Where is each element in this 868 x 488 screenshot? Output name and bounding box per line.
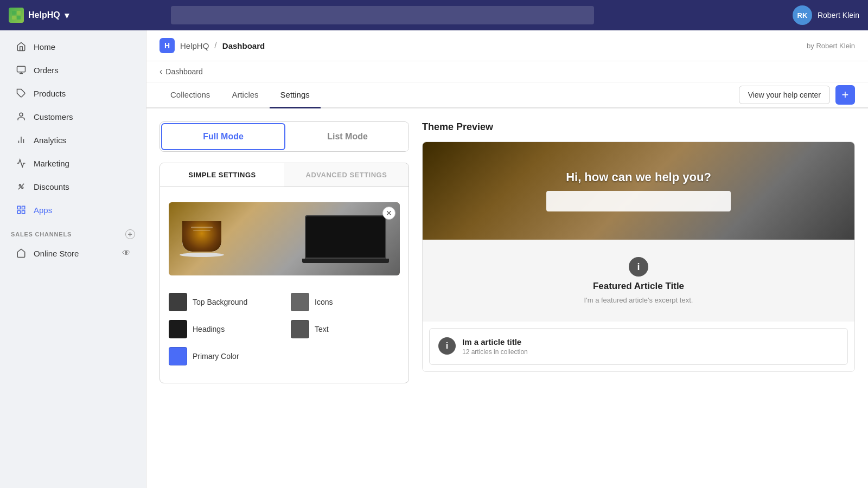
sidebar-item-apps[interactable]: Apps <box>4 198 142 221</box>
sidebar-item-analytics[interactable]: Analytics <box>4 129 142 151</box>
sidebar-label-orders: Orders <box>34 66 59 75</box>
avatar: RK <box>793 5 812 25</box>
sidebar: Home Orders Products Customers <box>0 30 146 488</box>
sidebar-item-home[interactable]: Home <box>4 35 142 58</box>
sidebar-label-discounts: Discounts <box>34 182 69 191</box>
two-col-layout: Full Mode List Mode SIMPLE SETTINGS ADVA… <box>146 108 868 396</box>
headings-label: Headings <box>193 325 225 333</box>
simple-settings-tab[interactable]: SIMPLE SETTINGS <box>160 163 284 187</box>
discounts-icon <box>15 181 27 192</box>
brand-chevron-icon: ▾ <box>65 10 69 21</box>
featured-info-icon: i <box>629 257 648 277</box>
article-card[interactable]: i Im a article title 12 articles in coll… <box>429 328 848 365</box>
settings-panel: SIMPLE SETTINGS ADVANCED SETTINGS <box>159 163 409 383</box>
list-mode-button[interactable]: List Mode <box>286 122 409 151</box>
featured-article-title: Featured Article Title <box>593 281 684 292</box>
svg-rect-1 <box>17 11 21 15</box>
tab-collections[interactable]: Collections <box>159 82 221 108</box>
sales-channels-section: SALES CHANNELS + <box>0 222 146 241</box>
headings-swatch[interactable] <box>169 320 187 338</box>
color-row-1: Top Background Icons <box>169 293 400 311</box>
home-icon <box>15 41 27 53</box>
svg-point-13 <box>22 187 23 189</box>
svg-rect-15 <box>17 206 20 209</box>
preview-featured: i Featured Article Title I'm a featured … <box>423 240 854 322</box>
add-sales-channel-button[interactable]: + <box>125 229 135 239</box>
preview-search-input[interactable] <box>546 191 731 211</box>
settings-tabs: SIMPLE SETTINGS ADVANCED SETTINGS <box>160 163 409 187</box>
top-nav: HelpHQ ▾ RK Robert Klein <box>0 0 868 30</box>
sidebar-item-products[interactable]: Products <box>4 82 142 105</box>
primary-color-label: Primary Color <box>193 352 239 361</box>
marketing-icon <box>15 157 27 169</box>
brand-logo-area[interactable]: HelpHQ ▾ <box>9 8 69 23</box>
main-tabs: Collections Articles Settings <box>159 82 321 107</box>
apps-icon <box>15 204 27 216</box>
main-content: H HelpHQ / Dashboard by Robert Klein ‹ D… <box>146 30 868 488</box>
global-search[interactable] <box>171 6 594 24</box>
breadcrumb: H HelpHQ / Dashboard <box>159 38 265 53</box>
hero-image-wrapper: ✕ <box>169 202 400 275</box>
tab-settings[interactable]: Settings <box>270 82 321 108</box>
color-row-3: Primary Color <box>169 347 400 365</box>
breadcrumb-app-name: HelpHQ <box>180 41 209 50</box>
sidebar-item-customers[interactable]: Customers <box>4 105 142 128</box>
customers-icon <box>15 111 27 123</box>
actions-row: View your help center + <box>739 85 855 105</box>
sidebar-item-orders[interactable]: Orders <box>4 59 142 81</box>
sidebar-label-products: Products <box>34 89 66 98</box>
preview-hero-title: Hi, how can we help you? <box>566 170 711 184</box>
article-card-sub: 12 articles in collection <box>462 348 528 356</box>
breadcrumb-separator: / <box>214 41 216 50</box>
text-label: Text <box>315 325 329 333</box>
mode-selector: Full Mode List Mode <box>159 121 409 152</box>
text-swatch[interactable] <box>291 320 309 338</box>
icons-swatch[interactable] <box>291 293 309 311</box>
article-card-icon: i <box>438 337 456 355</box>
search-input[interactable] <box>171 6 594 24</box>
sidebar-label-customers: Customers <box>34 112 73 121</box>
sidebar-label-marketing: Marketing <box>34 159 69 168</box>
full-mode-button[interactable]: Full Mode <box>161 123 285 150</box>
top-background-swatch[interactable] <box>169 293 187 311</box>
color-row-2: Headings Text <box>169 320 400 338</box>
page-author: by Robert Klein <box>807 42 855 50</box>
user-menu[interactable]: RK Robert Klein <box>793 5 859 25</box>
sidebar-item-marketing[interactable]: Marketing <box>4 152 142 175</box>
remove-hero-image-button[interactable]: ✕ <box>382 207 395 220</box>
color-item-primary: Primary Color <box>169 347 400 365</box>
user-name: Robert Klein <box>818 11 859 20</box>
svg-rect-16 <box>22 206 25 209</box>
breadcrumb-app-icon: H <box>159 38 175 53</box>
color-item-headings: Headings <box>169 320 278 338</box>
back-link-label: Dashboard <box>165 67 203 76</box>
brand-name: HelpHQ <box>28 10 60 20</box>
theme-preview-box: Hi, how can we help you? i Featured Arti… <box>422 142 855 372</box>
page-header: H HelpHQ / Dashboard by Robert Klein <box>146 30 868 61</box>
color-options: Top Background Icons Headings <box>160 284 409 383</box>
primary-color-swatch[interactable] <box>169 347 187 365</box>
color-item-text: Text <box>291 320 400 338</box>
sidebar-item-discounts[interactable]: Discounts <box>4 175 142 198</box>
article-card-info: Im a article title 12 articles in collec… <box>462 337 528 356</box>
advanced-settings-tab[interactable]: ADVANCED SETTINGS <box>284 163 409 187</box>
view-help-center-button[interactable]: View your help center <box>739 86 830 104</box>
tab-articles[interactable]: Articles <box>221 82 269 108</box>
sidebar-label-home: Home <box>34 42 55 52</box>
back-link[interactable]: ‹ Dashboard <box>146 61 868 82</box>
icons-label: Icons <box>315 298 333 306</box>
sidebar-item-online-store[interactable]: Online Store 👁 <box>4 242 142 265</box>
svg-rect-17 <box>17 211 20 214</box>
add-button[interactable]: + <box>835 85 855 105</box>
hero-image <box>169 202 400 275</box>
svg-point-12 <box>19 184 21 186</box>
breadcrumb-current-page: Dashboard <box>222 41 265 50</box>
svg-rect-4 <box>17 66 25 72</box>
color-item-icons: Icons <box>291 293 400 311</box>
preview-hero: Hi, how can we help you? <box>423 142 854 240</box>
sidebar-label-apps: Apps <box>34 206 52 215</box>
svg-point-8 <box>20 113 23 116</box>
visibility-icon[interactable]: 👁 <box>122 248 131 258</box>
brand-icon <box>9 8 24 23</box>
back-arrow-icon: ‹ <box>159 67 162 76</box>
